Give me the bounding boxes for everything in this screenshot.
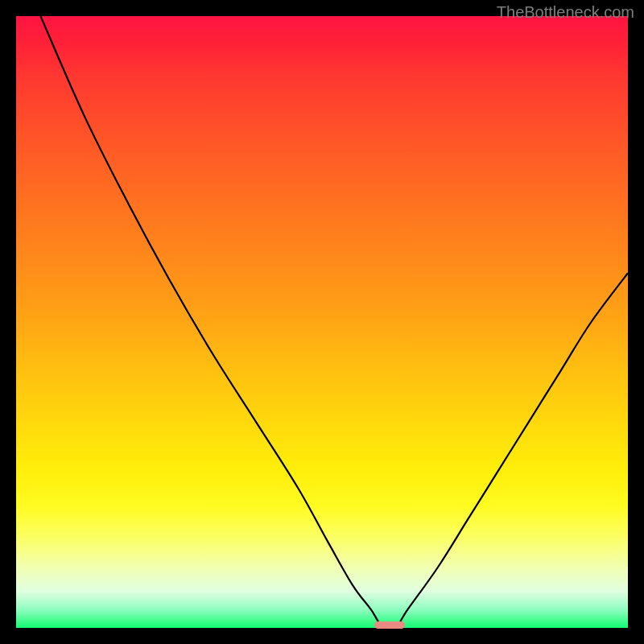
chart-container: TheBottleneck.com — [0, 0, 644, 644]
optimal-marker — [374, 621, 405, 629]
watermark-text: TheBottleneck.com — [497, 3, 634, 22]
plot-gradient-background — [16, 16, 628, 628]
